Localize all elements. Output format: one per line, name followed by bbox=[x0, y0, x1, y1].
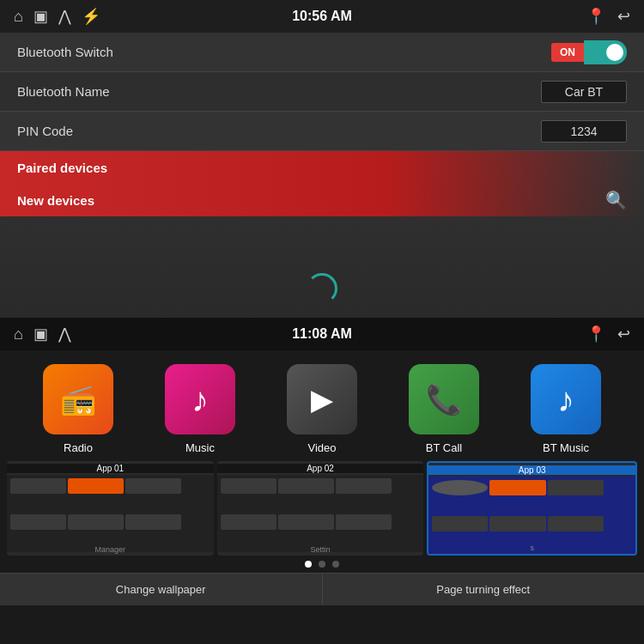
thumbnail-app02-footer: Settin bbox=[217, 545, 424, 554]
mini-block bbox=[336, 514, 392, 530]
mini-block bbox=[548, 516, 604, 532]
mini-block bbox=[278, 514, 334, 530]
pin-code-value[interactable]: 1234 bbox=[541, 120, 627, 143]
mini-block bbox=[221, 478, 276, 494]
location-icon: 📍 bbox=[586, 7, 605, 26]
mini-block-orange bbox=[68, 478, 124, 494]
back-icon-bottom[interactable]: ↩ bbox=[617, 325, 630, 343]
back-icon[interactable]: ↩ bbox=[617, 7, 630, 26]
toggle-on-label[interactable]: ON bbox=[551, 43, 584, 62]
pin-code-label: PIN Code bbox=[17, 124, 73, 138]
home-icon-bottom[interactable]: ⌂ bbox=[14, 325, 23, 343]
app-grid: 📻 Radio ♪ Music ▶ Video 📞 BT Call ♪ bbox=[0, 350, 644, 461]
bottom-status-bar-right: 📍 ↩ bbox=[586, 325, 630, 343]
thumbnail-app01-content bbox=[7, 475, 214, 552]
btcall-icon-symbol: 📞 bbox=[426, 382, 462, 416]
dot-3[interactable] bbox=[332, 561, 339, 568]
video-icon-symbol: ▶ bbox=[311, 382, 333, 416]
mini-block bbox=[125, 514, 181, 530]
bottom-time: 11:08 AM bbox=[292, 326, 352, 342]
video-app-label: Video bbox=[307, 441, 336, 454]
status-bar-right-icons: 📍 ↩ bbox=[586, 7, 630, 26]
bluetooth-name-value[interactable]: Car BT bbox=[541, 81, 627, 103]
thumbnail-app01-label: App 01 bbox=[7, 464, 214, 473]
new-devices-label: New devices bbox=[17, 193, 94, 208]
btmusic-app-label: BT Music bbox=[543, 441, 589, 454]
thumbnail-app02[interactable]: App 02 Settin bbox=[217, 461, 424, 556]
app-item-btmusic[interactable]: ♪ BT Music bbox=[523, 364, 609, 454]
dot-1[interactable] bbox=[305, 561, 312, 568]
btcall-app-icon[interactable]: 📞 bbox=[409, 364, 479, 434]
mini-block-orange bbox=[489, 480, 545, 495]
app-item-music[interactable]: ♪ Music bbox=[157, 364, 243, 454]
top-time: 10:56 AM bbox=[292, 9, 352, 24]
music-app-label: Music bbox=[185, 441, 215, 454]
paired-devices-header[interactable]: Paired devices bbox=[0, 151, 644, 184]
mini-block bbox=[68, 514, 124, 530]
radio-icon-symbol: 📻 bbox=[60, 382, 96, 416]
bluetooth-switch-row: Bluetooth Switch ON bbox=[0, 33, 644, 72]
music-icon-symbol: ♪ bbox=[191, 380, 209, 419]
bluetooth-switch-label: Bluetooth Switch bbox=[17, 45, 113, 59]
video-app-icon[interactable]: ▶ bbox=[287, 364, 357, 434]
mini-block bbox=[10, 478, 66, 494]
bluetooth-settings-panel: ⌂ ▣ ⋀ ⚡ 10:56 AM 📍 ↩ Bluetooth Switch ON… bbox=[0, 0, 644, 318]
paired-devices-label: Paired devices bbox=[17, 161, 107, 175]
thumbnail-app02-content bbox=[217, 475, 424, 552]
app-item-video[interactable]: ▶ Video bbox=[279, 364, 365, 454]
mini-block bbox=[125, 478, 181, 494]
toggle-teal-bg[interactable] bbox=[584, 40, 627, 64]
location-icon-bottom: 📍 bbox=[586, 325, 605, 343]
top-status-bar: ⌂ ▣ ⋀ ⚡ 10:56 AM 📍 ↩ bbox=[0, 0, 644, 33]
mini-block bbox=[489, 516, 545, 532]
btmusic-icon-symbol: ♪ bbox=[557, 380, 574, 419]
app-item-btcall[interactable]: 📞 BT Call bbox=[401, 364, 487, 454]
thumbnail-app03-footer: s bbox=[428, 544, 635, 552]
pin-code-row: PIN Code 1234 bbox=[0, 112, 644, 151]
mini-block bbox=[432, 516, 488, 532]
thumbnail-row: App 01 Manager App 02 Settin bbox=[0, 461, 644, 556]
chevron-up-icon-bottom[interactable]: ⋀ bbox=[58, 325, 71, 343]
app-launcher-panel: ⌂ ▣ ⋀ 11:08 AM 📍 ↩ 📻 Radio ♪ Music ▶ bbox=[0, 318, 644, 644]
chevron-up-icon[interactable]: ⋀ bbox=[58, 7, 71, 26]
bluetooth-toggle[interactable]: ON bbox=[551, 40, 627, 64]
radio-app-label: Radio bbox=[64, 441, 93, 454]
music-app-icon[interactable]: ♪ bbox=[165, 364, 235, 434]
status-bar-left-icons: ⌂ ▣ ⋀ ⚡ bbox=[14, 7, 100, 26]
bluetooth-name-label: Bluetooth Name bbox=[17, 84, 110, 99]
screen-icon[interactable]: ▣ bbox=[33, 7, 48, 26]
usb-icon[interactable]: ⚡ bbox=[82, 7, 100, 26]
change-wallpaper-button[interactable]: Change wallpaper bbox=[0, 574, 323, 605]
loading-spinner bbox=[307, 273, 337, 304]
mini-block bbox=[10, 514, 66, 530]
thumbnail-app03[interactable]: App 03 s bbox=[427, 461, 637, 556]
thumbnail-app01-footer: Manager bbox=[7, 545, 214, 554]
bottom-action-bar: Change wallpaper Page turning effect bbox=[0, 573, 644, 605]
app-item-radio[interactable]: 📻 Radio bbox=[35, 364, 121, 454]
home-icon[interactable]: ⌂ bbox=[14, 8, 23, 26]
bottom-status-bar-left: ⌂ ▣ ⋀ bbox=[14, 325, 71, 343]
mini-block bbox=[336, 478, 392, 494]
thumbnail-app02-label: App 02 bbox=[217, 464, 424, 473]
page-dots bbox=[0, 556, 644, 573]
thumbnail-app01[interactable]: App 01 Manager bbox=[7, 461, 214, 556]
thumbnail-app03-label: App 03 bbox=[428, 465, 635, 475]
btcall-app-label: BT Call bbox=[426, 441, 462, 454]
thumbnail-app03-content bbox=[428, 477, 635, 554]
btmusic-app-icon[interactable]: ♪ bbox=[531, 364, 601, 434]
radio-app-icon[interactable]: 📻 bbox=[43, 364, 113, 434]
new-devices-header[interactable]: New devices 🔍 bbox=[0, 184, 644, 216]
mini-block bbox=[278, 478, 334, 494]
search-icon[interactable]: 🔍 bbox=[605, 190, 627, 210]
mini-block bbox=[221, 514, 276, 530]
mini-block-gear bbox=[432, 480, 488, 495]
bluetooth-name-row: Bluetooth Name Car BT bbox=[0, 72, 644, 112]
page-turning-effect-button[interactable]: Page turning effect bbox=[323, 574, 645, 605]
mini-block bbox=[548, 480, 604, 495]
dot-2[interactable] bbox=[319, 561, 325, 568]
screen-icon-bottom[interactable]: ▣ bbox=[33, 325, 48, 343]
spinner-animation bbox=[307, 273, 337, 304]
bottom-status-bar: ⌂ ▣ ⋀ 11:08 AM 📍 ↩ bbox=[0, 318, 644, 350]
